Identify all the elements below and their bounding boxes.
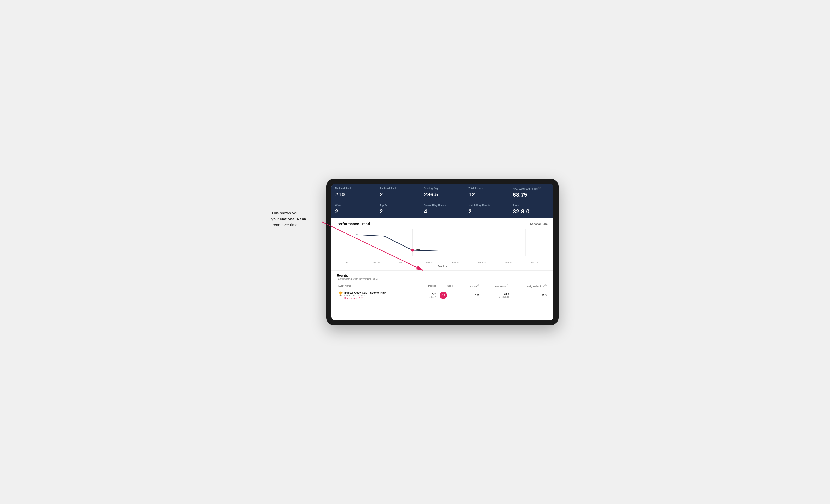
svg-text:#10: #10 xyxy=(416,247,420,250)
stat-record: Record 32-8-0 xyxy=(509,201,553,217)
stat-avg-weighted: Avg. Weighted Points ⓘ 68.75 xyxy=(509,184,553,201)
stat-wins-value: 2 xyxy=(335,208,372,215)
score-badge: -22 xyxy=(440,292,447,299)
stat-regional-rank: Regional Rank 2 xyxy=(376,184,420,201)
event-name-wrapper: 🏆 Buster Cozy Cup - Stroke Play Oct 9 - … xyxy=(338,291,418,300)
tablet-screen: National Rank #10 Regional Rank 2 Scorin… xyxy=(331,184,553,320)
performance-header: Performance Trend National Rank xyxy=(337,222,548,226)
event-name-details: Buster Cozy Cup - Stroke Play Oct 9 - Oc… xyxy=(344,291,385,300)
stat-national-rank: National Rank #10 xyxy=(331,184,376,201)
stat-match-play-value: 2 xyxy=(469,208,505,215)
event-weighted-value: 28.3 xyxy=(542,294,547,297)
stat-national-rank-label: National Rank xyxy=(335,187,372,190)
chart-month-apr24: APR 24 xyxy=(496,261,522,264)
avg-weighted-info-icon: ⓘ xyxy=(539,187,541,189)
event-score-cell: -22 xyxy=(438,289,455,302)
stat-total-rounds-value: 12 xyxy=(469,191,505,198)
stat-stroke-play-label: Stroke Play Events xyxy=(424,204,461,207)
event-weighted-points-cell: 28.3 xyxy=(511,289,548,302)
chart-months: OCT 23 NOV 23 DEC 23 JAN 24 FEB 24 MAR 2… xyxy=(337,260,548,264)
stat-stroke-play-value: 4 xyxy=(424,208,461,215)
stat-national-rank-value: #10 xyxy=(335,191,372,198)
event-rounds: 3 Rounds xyxy=(483,296,509,298)
stat-record-label: Record xyxy=(513,204,550,207)
stat-avg-weighted-value: 68.75 xyxy=(513,192,550,198)
weighted-points-info-icon: ⓘ xyxy=(544,284,547,287)
outer-wrapper: This shows you your National Rank trend … xyxy=(272,179,558,325)
stat-top3s-value: 2 xyxy=(380,208,416,215)
stat-total-rounds: Total Rounds 12 xyxy=(465,184,509,201)
stat-match-play-label: Match Play Events xyxy=(469,204,505,207)
stat-scoring-avg-label: Scoring Avg. xyxy=(424,187,461,190)
stat-wins-label: Wins xyxy=(335,204,372,207)
stat-record-value: 32-8-0 xyxy=(513,208,550,215)
stat-scoring-avg: Scoring Avg. 286.5 xyxy=(420,184,464,201)
stat-wins: Wins 2 xyxy=(331,201,376,217)
col-weighted-points: Weighted Points ⓘ xyxy=(511,283,548,289)
performance-label: National Rank xyxy=(530,222,548,225)
col-score: Score xyxy=(438,283,455,289)
stat-stroke-play: Stroke Play Events 4 xyxy=(420,201,464,217)
stat-regional-rank-label: Regional Rank xyxy=(380,187,416,190)
stat-match-play: Match Play Events 2 xyxy=(465,201,509,217)
stats-row-1: National Rank #10 Regional Rank 2 Scorin… xyxy=(331,184,553,201)
event-rank-impact: Rank Impact: 3 ▼ xyxy=(344,297,385,300)
event-title: Buster Cozy Cup - Stroke Play xyxy=(344,291,385,294)
event-sg-cell: 0.45 xyxy=(455,289,481,302)
event-total-points-cell: 28.3 3 Rounds xyxy=(481,289,511,302)
col-event-sg: Event SG ⓘ xyxy=(455,283,481,289)
stat-top3s-label: Top 3s xyxy=(380,204,416,207)
event-position-sub: out of 7 xyxy=(421,296,437,298)
annotation-text: This shows you your National Rank trend … xyxy=(272,210,306,228)
chart-x-axis-label: Months xyxy=(337,265,548,268)
stat-top3s: Top 3s 2 xyxy=(376,201,420,217)
performance-title: Performance Trend xyxy=(337,222,370,226)
table-row: 🏆 Buster Cozy Cup - Stroke Play Oct 9 - … xyxy=(337,289,548,302)
event-trophy-icon: 🏆 xyxy=(338,292,343,296)
event-sg-value: 0.45 xyxy=(475,294,479,297)
event-sg-info-icon: ⓘ xyxy=(477,284,479,287)
events-table: Event Name Position Score Event SG ⓘ Tot… xyxy=(337,283,548,302)
event-total-points-value: 28.3 xyxy=(483,293,509,296)
svg-point-9 xyxy=(411,249,414,252)
performance-chart: #10 xyxy=(337,229,548,260)
chart-month-feb24: FEB 24 xyxy=(442,261,469,264)
performance-section: Performance Trend National Rank xyxy=(331,217,553,270)
events-title: Events xyxy=(337,274,548,277)
col-position: Position xyxy=(419,283,438,289)
total-points-info-icon: ⓘ xyxy=(507,284,509,287)
event-name-cell: 🏆 Buster Cozy Cup - Stroke Play Oct 9 - … xyxy=(337,289,419,302)
chart-month-mar24: MAR 24 xyxy=(469,261,495,264)
col-total-points: Total Points ⓘ xyxy=(481,283,511,289)
stat-scoring-avg-value: 286.5 xyxy=(424,191,461,198)
stats-row-2: Wins 2 Top 3s 2 Stroke Play Events 4 Mat… xyxy=(331,201,553,217)
chart-month-jan24: JAN 24 xyxy=(416,261,442,264)
stat-avg-weighted-label: Avg. Weighted Points ⓘ xyxy=(513,187,550,191)
chart-month-nov23: NOV 23 xyxy=(363,261,389,264)
events-section: Events Last updated: 24th November 2023 … xyxy=(331,270,553,305)
chart-svg: #10 xyxy=(337,229,548,260)
events-table-header-row: Event Name Position Score Event SG ⓘ Tot… xyxy=(337,283,548,289)
event-position-cell: 6th out of 7 xyxy=(419,289,438,302)
events-last-updated: Last updated: 24th November 2023 xyxy=(337,277,548,280)
tablet-device: National Rank #10 Regional Rank 2 Scorin… xyxy=(326,179,558,325)
event-position-main: 6th xyxy=(421,292,437,296)
chart-month-may24: MAY 24 xyxy=(522,261,548,264)
chart-month-dec23: DEC 23 xyxy=(390,261,416,264)
rank-direction-icon: ▼ xyxy=(361,297,363,300)
col-event-name: Event Name xyxy=(337,283,419,289)
chart-month-oct23: OCT 23 xyxy=(337,261,363,264)
event-date: Oct 9 - Oct 10, 2023 xyxy=(344,294,385,297)
stat-total-rounds-label: Total Rounds xyxy=(469,187,505,190)
stat-regional-rank-value: 2 xyxy=(380,191,416,198)
